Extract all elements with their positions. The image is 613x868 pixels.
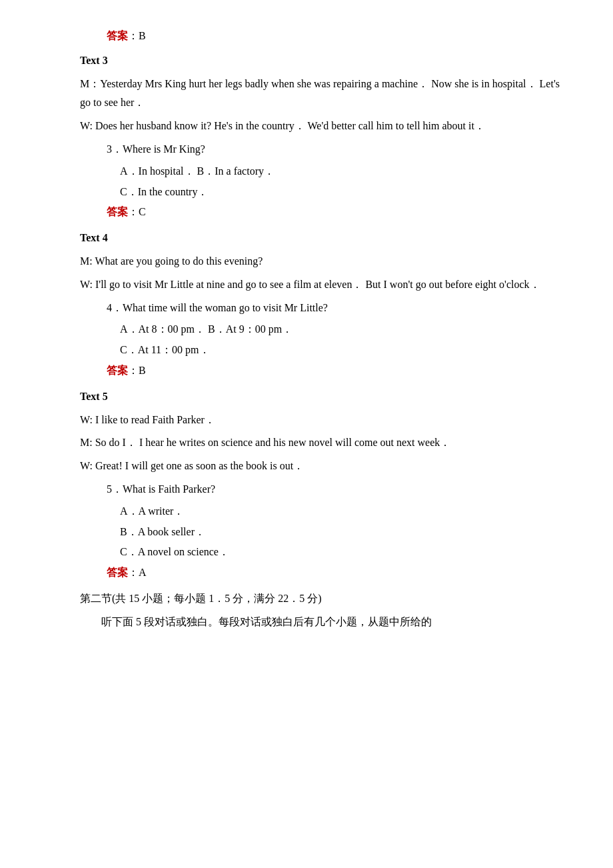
answer3-value: ：C — [128, 206, 146, 217]
answer4-label: 答案 — [107, 365, 128, 376]
question5: 5．What is Faith Parker? — [107, 480, 560, 499]
question3: 3．Where is Mr King? — [107, 140, 560, 159]
answer5-label: 答案 — [107, 567, 128, 578]
answer5-value: ：A — [128, 567, 147, 578]
q5-option-c: C．A novel on science． — [120, 543, 560, 562]
text3-dialog1: M：Yesterday Mrs King hurt her legs badly… — [80, 75, 560, 113]
text3-block: Text 3 M：Yesterday Mrs King hurt her leg… — [80, 51, 560, 222]
q4-option-ab: A．At 8：00 pm． B．At 9：00 pm． — [120, 320, 560, 339]
text5-dialog3: W: Great! I will get one as soon as the … — [80, 457, 560, 476]
text4-heading: Text 4 — [80, 229, 560, 248]
question4: 4．What time will the woman go to visit M… — [107, 299, 560, 318]
text4-dialog2: W: I'll go to visit Mr Little at nine an… — [80, 275, 560, 295]
answer1-label: 答案 — [107, 30, 128, 41]
q4-option-c: C．At 11：00 pm． — [120, 341, 560, 360]
answer4-value: ：B — [128, 365, 146, 376]
text3-heading: Text 3 — [80, 51, 560, 71]
answer3-block: 答案：C — [107, 203, 560, 222]
section2-header: 第二节(共 15 小题；每小题 1．5 分，满分 22．5 分) — [80, 589, 560, 609]
section2-instruction: 听下面 5 段对话或独白。每段对话或独白后有几个小题，从题中所给的 — [80, 613, 560, 632]
q3-option-c: C．In the country． — [120, 183, 560, 202]
answer1-value: ：B — [128, 30, 146, 41]
text5-block: Text 5 W: I like to read Faith Parker． M… — [80, 387, 560, 583]
text4-dialog1: M: What are you going to do this evening… — [80, 252, 560, 271]
text5-heading: Text 5 — [80, 387, 560, 407]
answer1-block: 答案：B — [107, 27, 560, 46]
q5-option-b: B．A book seller． — [120, 523, 560, 542]
text5-dialog2: M: So do I． I hear he writes on science … — [80, 433, 560, 453]
text5-dialog1: W: I like to read Faith Parker． — [80, 411, 560, 430]
q5-option-a: A．A writer． — [120, 502, 560, 521]
text4-block: Text 4 M: What are you going to do this … — [80, 229, 560, 381]
answer5-block: 答案：A — [107, 563, 560, 583]
text3-dialog2: W: Does her husband know it? He's in the… — [80, 117, 560, 136]
answer3-label: 答案 — [107, 206, 128, 217]
q3-option-ab: A．In hospital． B．In a factory． — [120, 162, 560, 181]
answer4-block: 答案：B — [107, 361, 560, 381]
section2-block: 第二节(共 15 小题；每小题 1．5 分，满分 22．5 分) 听下面 5 段… — [80, 589, 560, 632]
